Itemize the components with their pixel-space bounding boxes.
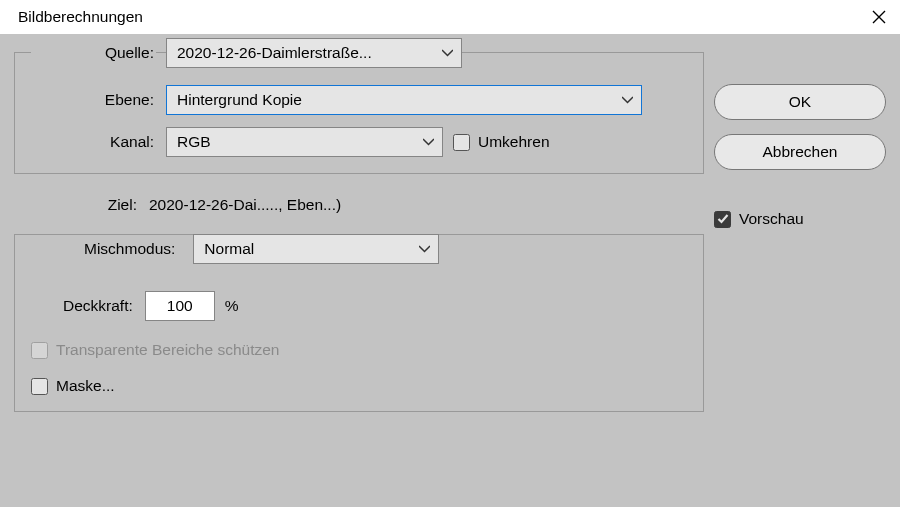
titlebar: Bildberechnungen: [0, 0, 900, 34]
target-value: 2020-12-26-Dai....., Eben...): [149, 196, 341, 214]
checkbox-icon: [714, 211, 731, 228]
mask-checkbox[interactable]: Maske...: [31, 377, 115, 395]
ok-button[interactable]: OK: [714, 84, 886, 120]
dialog-title: Bildberechnungen: [18, 8, 143, 26]
layer-label: Ebene:: [31, 91, 156, 109]
invert-label: Umkehren: [478, 133, 550, 151]
source-group: Quelle: 2020-12-26-Daimlerstraße... Eben…: [14, 52, 704, 174]
preserve-transparency-label: Transparente Bereiche schützen: [56, 341, 279, 359]
side-column: OK Abbrechen Vorschau: [714, 52, 886, 489]
preview-checkbox[interactable]: Vorschau: [714, 210, 804, 228]
target-label: Ziel:: [14, 196, 139, 214]
chevron-down-icon: [442, 49, 453, 57]
channel-value: RGB: [177, 133, 211, 151]
opacity-field[interactable]: 100: [145, 291, 215, 321]
blend-group: Mischmodus: Normal Deckkraft: 100 % Tran…: [14, 234, 704, 412]
blend-dropdown[interactable]: Normal: [193, 234, 439, 264]
layer-dropdown[interactable]: Hintergrund Kopie: [166, 85, 642, 115]
source-value: 2020-12-26-Daimlerstraße...: [177, 44, 372, 62]
dialog-body: Quelle: 2020-12-26-Daimlerstraße... Eben…: [0, 34, 900, 507]
source-label: Quelle:: [31, 44, 156, 62]
channel-label: Kanal:: [31, 133, 156, 151]
checkbox-icon: [31, 342, 48, 359]
preview-label: Vorschau: [739, 210, 804, 228]
blend-value: Normal: [204, 240, 254, 258]
close-icon[interactable]: [872, 10, 886, 24]
percent-label: %: [225, 297, 239, 315]
cancel-button[interactable]: Abbrechen: [714, 134, 886, 170]
checkbox-icon: [31, 378, 48, 395]
chevron-down-icon: [419, 245, 430, 253]
preserve-transparency-checkbox: Transparente Bereiche schützen: [31, 341, 279, 359]
chevron-down-icon: [423, 138, 434, 146]
invert-checkbox[interactable]: Umkehren: [453, 133, 550, 151]
opacity-label: Deckkraft:: [61, 297, 135, 315]
mask-label: Maske...: [56, 377, 115, 395]
target-row: Ziel: 2020-12-26-Dai....., Eben...): [14, 196, 704, 214]
blend-label: Mischmodus:: [76, 240, 183, 258]
chevron-down-icon: [622, 96, 633, 104]
layer-value: Hintergrund Kopie: [177, 91, 302, 109]
channel-dropdown[interactable]: RGB: [166, 127, 443, 157]
checkbox-icon: [453, 134, 470, 151]
source-dropdown[interactable]: 2020-12-26-Daimlerstraße...: [166, 38, 462, 68]
